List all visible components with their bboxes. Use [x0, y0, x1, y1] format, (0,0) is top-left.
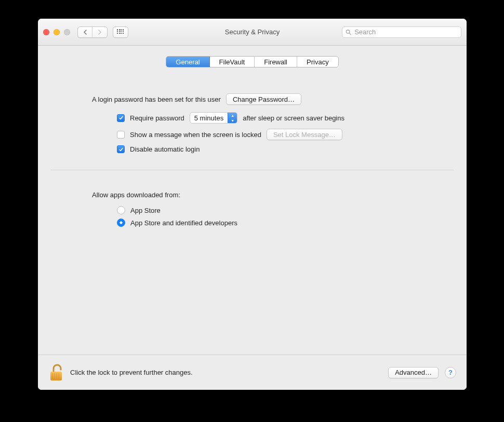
gatekeeper-appstore-row: App Store [92, 206, 433, 214]
show-lock-message-row: Show a message when the screen is locked… [92, 129, 433, 140]
tab-firewall[interactable]: Firewall [255, 57, 297, 67]
grid-icon [117, 29, 124, 35]
tab-bar-container: General FileVault Firewall Privacy [38, 46, 467, 67]
require-password-label: Require password [130, 114, 184, 122]
chevron-left-icon [83, 30, 87, 35]
check-icon [118, 147, 124, 152]
gatekeeper-section: Allow apps downloaded from: App Store Ap… [50, 170, 454, 227]
svg-point-0 [346, 30, 349, 33]
lock-open-icon[interactable] [48, 363, 64, 382]
gatekeeper-identified-radio[interactable] [117, 219, 125, 227]
search-input[interactable] [353, 28, 458, 36]
content-area: A login password has been set for this u… [38, 67, 467, 355]
require-password-delay-popup[interactable]: 5 minutes ▲▼ [190, 112, 237, 124]
require-password-delay-value: 5 minutes [194, 114, 223, 122]
check-icon [118, 115, 124, 120]
tab-general[interactable]: General [166, 57, 209, 67]
after-sleep-label: after sleep or screen saver begins [243, 114, 344, 122]
tab-filevault[interactable]: FileVault [210, 57, 255, 67]
tab-bar: General FileVault Firewall Privacy [166, 56, 338, 67]
login-password-set-label: A login password has been set for this u… [92, 96, 221, 103]
gatekeeper-appstore-label: App Store [130, 207, 161, 214]
disable-auto-login-label: Disable automatic login [130, 145, 200, 153]
disable-auto-login-row: Disable automatic login [92, 145, 433, 153]
zoom-window-button[interactable] [64, 29, 70, 35]
search-icon [346, 29, 351, 35]
minimize-window-button[interactable] [54, 29, 60, 35]
show-lock-message-label: Show a message when the screen is locked [130, 131, 261, 139]
help-button[interactable]: ? [445, 367, 456, 378]
show-all-button[interactable] [113, 27, 128, 37]
stepper-icon: ▲▼ [228, 113, 237, 123]
footer: Click the lock to prevent further change… [38, 355, 467, 390]
chevron-right-icon [98, 30, 102, 35]
show-all-segment [113, 26, 128, 38]
advanced-button[interactable]: Advanced… [388, 367, 439, 378]
close-window-button[interactable] [43, 29, 49, 35]
general-panel: A login password has been set for this u… [50, 76, 454, 355]
back-button[interactable] [78, 27, 92, 37]
gatekeeper-identified-label: App Store and identified developers [130, 219, 237, 227]
show-lock-message-checkbox[interactable] [117, 131, 125, 139]
require-password-checkbox[interactable] [117, 114, 125, 122]
gatekeeper-identified-row: App Store and identified developers [92, 219, 433, 227]
login-password-section: A login password has been set for this u… [50, 76, 454, 153]
system-preferences-window: Security & Privacy General FileVault Fir… [38, 19, 467, 390]
nav-segment [77, 26, 108, 38]
svg-line-1 [349, 33, 351, 34]
search-field[interactable] [342, 26, 461, 38]
set-lock-message-button[interactable]: Set Lock Message… [267, 129, 342, 140]
tab-privacy[interactable]: Privacy [297, 57, 338, 67]
require-password-row: Require password 5 minutes ▲▼ after slee… [92, 112, 433, 124]
disable-auto-login-checkbox[interactable] [117, 145, 125, 153]
window-controls [43, 29, 70, 35]
gatekeeper-heading: Allow apps downloaded from: [92, 191, 433, 199]
titlebar: Security & Privacy [38, 19, 467, 46]
lock-message: Click the lock to prevent further change… [70, 369, 193, 376]
gatekeeper-heading-label: Allow apps downloaded from: [92, 191, 180, 199]
gatekeeper-appstore-radio[interactable] [117, 206, 125, 214]
forward-button[interactable] [92, 27, 107, 37]
login-password-row: A login password has been set for this u… [92, 93, 433, 105]
svg-rect-2 [50, 372, 62, 380]
change-password-button[interactable]: Change Password… [226, 93, 301, 105]
